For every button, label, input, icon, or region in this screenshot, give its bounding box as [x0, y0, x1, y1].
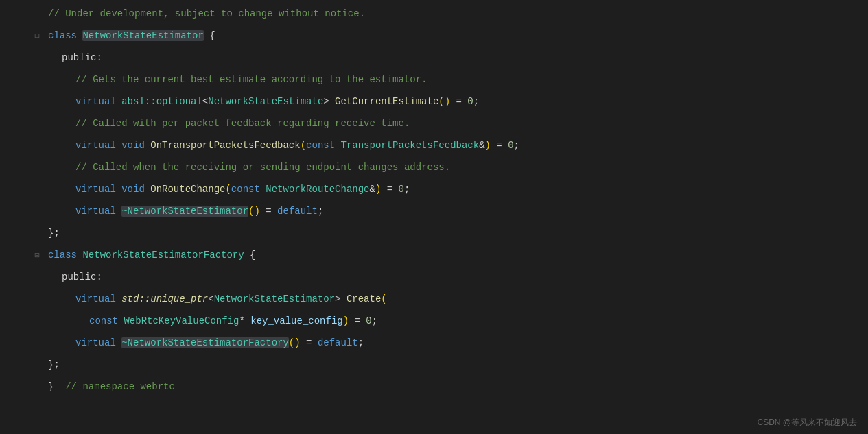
line: // Called with per packet feedback regar…: [0, 112, 868, 134]
token-c-paren: (: [381, 293, 386, 304]
token-c-comment: // Called when the receiving or sending …: [75, 162, 450, 173]
token-c-semi: ;: [473, 96, 479, 107]
fold-indicator[interactable]: ⊟: [32, 250, 43, 261]
token-c-class-name-highlight: NetworkStateEstimator: [82, 30, 203, 41]
token-c-keyword: virtual: [75, 184, 116, 195]
token-c-white: [116, 206, 121, 217]
token-c-brace: };: [48, 228, 60, 239]
token-c-paren: ): [485, 140, 491, 151]
token-c-paren: ): [375, 184, 381, 195]
token-c-white: >: [323, 96, 335, 107]
line-content: virtual void OnTransportPacketsFeedback(…: [43, 140, 868, 151]
token-c-white: [204, 30, 209, 41]
token-c-semi: ;: [358, 337, 364, 348]
token-c-white: [116, 293, 121, 304]
token-c-keyword: virtual: [75, 337, 116, 348]
token-c-destructor: ~NetworkStateEstimator: [121, 206, 248, 217]
token-c-keyword: const: [231, 184, 260, 195]
line-content: const WebRtcKeyValueConfig* key_value_co…: [43, 315, 868, 326]
line-content: // Called with per packet feedback regar…: [43, 118, 868, 129]
token-c-access: public:: [62, 52, 102, 63]
token-c-comment: // Under development, subject to change …: [48, 8, 365, 19]
watermark: CSDN @等风来不如迎风去: [757, 417, 857, 429]
token-c-teal: absl::optional: [121, 96, 202, 107]
token-c-paren: (): [289, 337, 301, 348]
token-c-white: [244, 250, 250, 261]
token-c-white: <: [208, 293, 213, 304]
token-c-white: [54, 381, 65, 392]
token-c-keyword: virtual: [75, 140, 116, 151]
line: ⊟class NetworkStateEstimator {: [0, 25, 868, 47]
line-content: virtual ~NetworkStateEstimator() = defau…: [43, 206, 868, 217]
token-c-func: GetCurrentEstimate: [335, 96, 438, 107]
line: ⊟class NetworkStateEstimatorFactory {: [0, 244, 868, 266]
line-content: };: [43, 228, 868, 239]
token-c-param: key_value_config: [250, 315, 342, 326]
line-content: } // namespace webrtc: [43, 381, 868, 392]
token-c-white: [118, 315, 124, 326]
token-c-white: [145, 140, 150, 151]
token-c-keyword: virtual: [75, 206, 116, 217]
token-c-white: =: [381, 184, 398, 195]
line-content: public:: [43, 272, 868, 282]
token-c-white: [116, 96, 121, 107]
token-c-teal: NetworkStateEstimatorFactory: [82, 250, 244, 261]
line: // Under development, subject to change …: [0, 3, 868, 25]
token-c-white: <: [202, 96, 208, 107]
token-c-paren: (): [248, 206, 260, 217]
line: };: [0, 354, 868, 376]
fold-indicator[interactable]: ⊟: [32, 31, 43, 41]
token-c-func: OnRouteChange: [150, 184, 225, 195]
code-lines: // Under development, subject to change …: [0, 0, 868, 400]
line: virtual absl::optional<NetworkStateEstim…: [0, 91, 868, 112]
line-content: virtual void OnRouteChange(const Network…: [43, 184, 868, 195]
token-c-semi: ;: [404, 184, 410, 195]
token-c-white: =: [349, 315, 366, 326]
token-c-white: [77, 250, 82, 261]
line: virtual ~NetworkStateEstimatorFactory() …: [0, 332, 868, 354]
token-c-white: *: [239, 315, 250, 326]
token-c-white: >: [335, 293, 347, 304]
token-c-func: OnTransportPacketsFeedback: [150, 140, 300, 151]
line-content: virtual absl::optional<NetworkStateEstim…: [43, 96, 868, 107]
line: virtual std::unique_ptr<NetworkStateEsti…: [0, 288, 868, 310]
token-c-semi: ;: [318, 206, 323, 217]
token-c-white: =: [260, 206, 277, 217]
token-c-teal: NetworkStateEstimate: [208, 96, 323, 107]
token-c-white: [260, 184, 266, 195]
token-c-number: 0: [467, 96, 473, 107]
token-c-keyword: void: [121, 184, 145, 195]
token-c-number: 0: [399, 184, 404, 195]
token-c-paren: (): [438, 96, 450, 107]
token-c-white: [116, 140, 121, 151]
line-content: // Called when the receiving or sending …: [43, 162, 868, 173]
line-content: };: [43, 359, 868, 370]
token-c-white: [116, 184, 121, 195]
token-c-paren: (: [225, 184, 231, 195]
line-content: virtual std::unique_ptr<NetworkStateEsti…: [43, 293, 868, 304]
line-content: // Under development, subject to change …: [43, 8, 868, 19]
token-c-comment: // Called with per packet feedback regar…: [75, 118, 410, 129]
code-container: // Under development, subject to change …: [0, 0, 868, 434]
token-c-keyword: virtual: [75, 96, 116, 107]
token-c-default: default: [277, 206, 318, 217]
line-content: class NetworkStateEstimatorFactory {: [43, 250, 868, 261]
token-c-func: Create: [347, 293, 381, 304]
token-c-comment: // Gets the current best estimate accord…: [75, 74, 427, 85]
token-c-white: [77, 30, 82, 41]
token-c-semi: ;: [514, 140, 519, 151]
token-c-paren: ): [343, 315, 349, 326]
token-c-keyword: const: [89, 315, 118, 326]
token-c-white: &: [479, 140, 484, 151]
token-c-italic: std::unique_ptr: [121, 293, 208, 304]
token-c-brace: };: [48, 359, 60, 370]
line-content: public:: [43, 52, 868, 63]
line: virtual void OnRouteChange(const Network…: [0, 178, 868, 200]
token-c-brace: }: [48, 381, 54, 392]
line: } // namespace webrtc: [0, 376, 868, 398]
token-c-number: 0: [508, 140, 513, 151]
token-c-white: [116, 337, 121, 348]
token-c-keyword: class: [48, 30, 77, 41]
token-c-brace: {: [250, 250, 255, 261]
token-c-access: public:: [62, 272, 102, 282]
